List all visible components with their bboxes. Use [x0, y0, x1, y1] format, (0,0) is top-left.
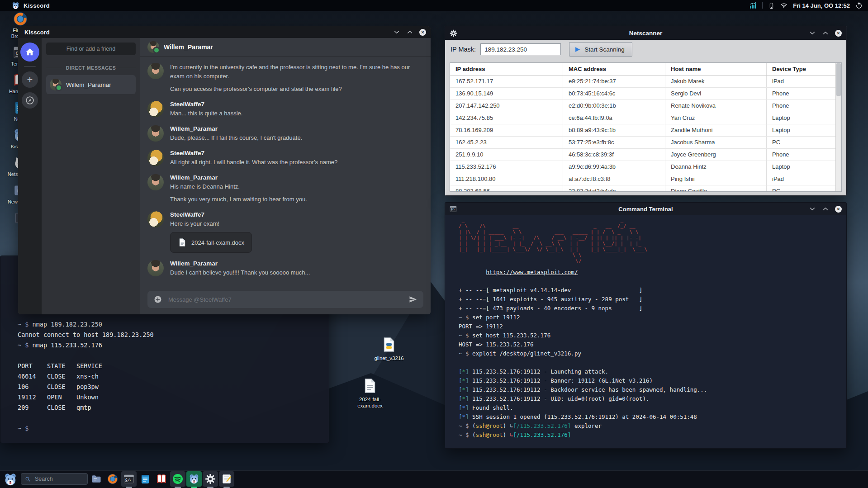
chat-panel: Willem_Paramar I'm currently in the univ…: [140, 38, 431, 314]
taskbar-app-icon: [107, 474, 118, 484]
avatar: [50, 79, 62, 90]
clock[interactable]: Fri 14 Jun, ÖÖ 12:52: [793, 2, 850, 9]
dm-sidebar: Find or add a friend DIRECT MESSAGES Wil…: [42, 38, 140, 314]
explore-button[interactable]: [22, 92, 38, 109]
python-file-icon: [381, 336, 397, 354]
chat-username: Willem_Paramar: [164, 43, 213, 51]
cell-device: PC: [767, 185, 836, 192]
table-row[interactable]: 162.45.2.23 53:77:25:e3:fb:8c Jacobus Sh…: [450, 137, 836, 149]
message-input[interactable]: [167, 296, 403, 303]
message-group: Willem_Paramar Dude I can't believe you!…: [147, 260, 422, 277]
kisscord-titlebar[interactable]: Kisscord ×: [18, 26, 431, 38]
taskbar-search[interactable]: [21, 473, 88, 485]
metasploit-ascii-banner: _ _/ \ /\ __ _ __ /_/ __| |\ / | _____ \…: [459, 217, 846, 264]
top-status-bar: Kisscord Fri 14 Jun, ÖÖ 12:52: [0, 0, 868, 11]
table-row[interactable]: 115.233.52.176 a9:9c:d6:99:4a:3b Deanna …: [450, 161, 836, 173]
column-header: Host name: [665, 63, 767, 75]
maximize-icon[interactable]: [822, 205, 829, 213]
desktop-file-glinet[interactable]: glinet_v3216: [374, 336, 404, 361]
ip-mask-input[interactable]: [480, 43, 561, 55]
table-row[interactable]: 136.90.15.149 b0:73:45:16:c4:6c Sergio D…: [450, 88, 836, 100]
play-icon: [574, 46, 581, 53]
terminal-output[interactable]: https://www.metasploit.com/+ -- --=[ met…: [459, 268, 846, 440]
start-menu-button[interactable]: [4, 473, 17, 486]
message-group: Willem_Paramar His name is Deanna Hintz.…: [147, 174, 422, 204]
active-app-label: Kisscord: [24, 2, 50, 9]
avatar: [147, 174, 164, 190]
table-row[interactable]: 111.218.100.80 af:a7:dc:f8:c3:f8 Ping Is…: [450, 173, 836, 185]
message-input-bar: [147, 291, 423, 308]
server-rail: +: [18, 38, 42, 314]
phone-icon[interactable]: [768, 2, 775, 9]
system-tray: Fri 14 Jun, ÖÖ 12:52: [749, 2, 863, 9]
find-friend-button[interactable]: Find or add a friend: [46, 43, 136, 55]
active-app-indicator[interactable]: Kisscord: [12, 2, 50, 9]
cell-ip: 207.147.142.250: [450, 100, 563, 112]
cell-host: Diego Castillo: [665, 185, 767, 192]
close-icon[interactable]: ×: [835, 30, 842, 37]
message-text: Here is your exam!: [170, 219, 422, 228]
cell-ip: 251.9.9.10: [450, 149, 563, 161]
message-author: Willem_Paramar: [170, 125, 422, 132]
start-scanning-button[interactable]: Start Scanning: [569, 42, 632, 57]
taskbar-icons: [89, 471, 234, 487]
table-row[interactable]: 88.203.68.56 23:83:3d:d2:b4:de Diego Cas…: [450, 185, 836, 192]
terminal-titlebar[interactable]: Command Terminal ×: [445, 203, 846, 215]
minimize-icon[interactable]: [393, 28, 400, 36]
taskbar-app-button[interactable]: [186, 471, 202, 487]
taskbar-app-button[interactable]: [219, 471, 234, 487]
rail-divider: [24, 66, 36, 67]
attachment-card[interactable]: 2024-fall-exam.docx: [170, 232, 252, 253]
wifi-icon[interactable]: [780, 2, 787, 9]
taskbar-app-icon: [205, 474, 216, 484]
taskbar-app-icon: [189, 474, 199, 484]
close-icon[interactable]: ×: [835, 206, 842, 213]
desktop-file-exam[interactable]: 2024-fall-exam.docx: [355, 377, 385, 409]
taskbar-app-button[interactable]: [105, 471, 120, 487]
document-icon: [178, 237, 187, 248]
plus-circle-icon[interactable]: [154, 295, 162, 303]
cell-device: Laptop: [767, 112, 836, 124]
table-row[interactable]: 207.147.142.250 e2:d0:9b:00:3e:1b Renate…: [450, 100, 836, 112]
taskbar-app-button[interactable]: [121, 471, 137, 487]
compass-icon: [25, 96, 34, 105]
avatar: [147, 211, 164, 227]
file-label: 2024-fall-exam.docx: [355, 396, 385, 409]
table-row[interactable]: 142.234.75.85 ce:6a:44:fb:f9:0a Yan Cruz…: [450, 112, 836, 124]
close-icon[interactable]: ×: [419, 29, 426, 36]
home-icon: [25, 47, 35, 57]
power-icon[interactable]: [855, 2, 863, 9]
taskbar-app-button[interactable]: [138, 471, 153, 487]
maximize-icon[interactable]: [822, 29, 829, 37]
message-list[interactable]: I'm currently in the university cafe and…: [140, 57, 431, 284]
home-button[interactable]: [20, 43, 39, 62]
cell-host: Jacobus Sharma: [665, 137, 767, 148]
scrollbar-thumb[interactable]: [836, 63, 841, 96]
taskbar-app-button[interactable]: [89, 471, 104, 487]
table-row[interactable]: 167.52.171.17 e9:25:21:74:be:37 Jakub Ma…: [450, 76, 836, 88]
dm-list-item[interactable]: Willem_Paramar: [46, 75, 136, 94]
netscanner-titlebar[interactable]: Netscanner ×: [445, 26, 846, 40]
kisscord-app-icon: [12, 2, 19, 9]
activity-chart-icon[interactable]: [749, 2, 757, 9]
taskbar-app-button[interactable]: [154, 471, 169, 487]
maximize-icon[interactable]: [406, 28, 413, 36]
minimize-icon[interactable]: [809, 29, 816, 37]
cell-mac: e9:25:21:74:be:37: [563, 76, 665, 87]
avatar: [147, 260, 164, 276]
taskbar-app-button[interactable]: [203, 471, 218, 487]
taskbar-app-button[interactable]: [170, 471, 185, 487]
dm-username: Willem_Paramar: [66, 81, 111, 88]
column-header: IP address: [450, 63, 563, 75]
cell-ip: 136.90.15.149: [450, 88, 563, 99]
send-icon[interactable]: [409, 295, 417, 303]
message-author: Willem_Paramar: [170, 260, 422, 267]
add-server-button[interactable]: +: [22, 71, 38, 88]
table-scrollbar[interactable]: [835, 63, 841, 191]
minimize-icon[interactable]: [809, 205, 816, 213]
message-text: Can you access the professor's computer …: [170, 85, 422, 94]
table-row[interactable]: 251.9.9.10 46:58:3c:c8:39:3f Joyce Green…: [450, 149, 836, 161]
search-input[interactable]: [34, 475, 84, 483]
cell-ip: 162.45.2.23: [450, 137, 563, 148]
table-row[interactable]: 78.16.169.209 b8:89:a9:43:9c:1b Zandile …: [450, 124, 836, 137]
